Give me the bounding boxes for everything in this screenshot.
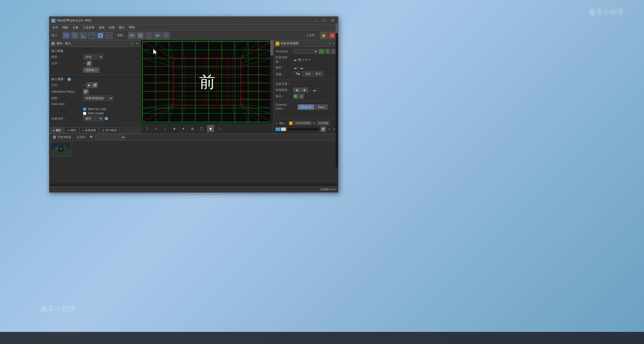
status-btn-2[interactable]: ◉ bbox=[301, 88, 308, 92]
menu-help[interactable]: 帮助 bbox=[127, 25, 137, 30]
menu-tour[interactable]: 游览 bbox=[97, 25, 107, 30]
tag-tab-number[interactable]: 数字 bbox=[313, 71, 324, 77]
status-btn-1[interactable]: ▦ bbox=[293, 88, 300, 92]
maximize-button[interactable]: □ bbox=[321, 18, 328, 23]
svg-rect-55 bbox=[141, 40, 273, 123]
vp-help-button[interactable]: ? bbox=[144, 125, 151, 132]
video-play-button[interactable]: ▶ bbox=[86, 82, 92, 88]
vp-add-button[interactable]: + bbox=[153, 125, 160, 132]
right-panel-scrollbar[interactable] bbox=[336, 47, 338, 119]
tab-view-params[interactable]: ≡ 查看参数 bbox=[79, 127, 99, 133]
viewport-vscrollbar[interactable] bbox=[270, 40, 273, 123]
rating-label: 等级： bbox=[275, 72, 292, 77]
menu-elements[interactable]: 元素 bbox=[70, 25, 80, 30]
video-type-select[interactable]: 等量/球面投影 bbox=[83, 95, 113, 101]
input-btn-grid[interactable] bbox=[71, 32, 78, 39]
tools-btn-google[interactable]: G bbox=[329, 32, 336, 39]
right-panel-pin-button[interactable]: ⊙ bbox=[328, 42, 332, 46]
tag-tab-tag[interactable]: Tag bbox=[293, 71, 302, 77]
output-pin-button[interactable]: ⊙ bbox=[327, 127, 331, 131]
alt-file-browse-button[interactable] bbox=[83, 89, 89, 94]
start-muted-checkbox[interactable] bbox=[83, 112, 86, 115]
project-download-icon[interactable]: ☁↓ bbox=[300, 66, 305, 70]
tab-user-data[interactable]: ◎ 用户数据 bbox=[99, 127, 119, 133]
external-links-row: External Links： Photo ID Place bbox=[275, 103, 336, 111]
list-view-output-button[interactable]: 列表视图 bbox=[316, 121, 330, 125]
start-on-load-checkbox[interactable] bbox=[83, 108, 86, 111]
vp-polygon-button[interactable]: ✦ bbox=[180, 125, 187, 132]
place-button[interactable]: Place bbox=[315, 105, 328, 110]
video-browse-button[interactable] bbox=[92, 82, 98, 88]
google-sv-output-button[interactable]: 谷歌街景视图 bbox=[294, 121, 312, 125]
viewport-vscrollbar-thumb[interactable] bbox=[270, 40, 273, 55]
view-btn-config[interactable] bbox=[162, 32, 170, 39]
rating-control: Tag 名称 数字 bbox=[293, 71, 336, 78]
accounts-control: ✓ ✎ + bbox=[293, 49, 336, 54]
view-btn-list[interactable] bbox=[137, 32, 144, 39]
convert-button[interactable]: 转换输入 bbox=[83, 67, 100, 73]
menu-edit[interactable]: 编辑 bbox=[60, 25, 70, 30]
tab-overview[interactable]: ◎ 概览 bbox=[64, 127, 79, 133]
tag-tab-name[interactable]: 名称 bbox=[303, 71, 313, 77]
photo-id-button[interactable]: Photo ID bbox=[298, 105, 314, 110]
view-btn-map[interactable] bbox=[145, 32, 153, 39]
accounts-label: Accounts： bbox=[275, 49, 292, 54]
thumbnail-1[interactable]: ? bbox=[51, 142, 71, 156]
vp-texture-button[interactable]: □ bbox=[216, 125, 223, 132]
panel-pin-button[interactable]: ⊙ bbox=[130, 42, 134, 46]
rp-sep-1 bbox=[275, 80, 336, 80]
tab-properties[interactable]: ≡ 属性 bbox=[50, 127, 64, 133]
filter-select[interactable] bbox=[95, 135, 126, 140]
file-browse-button[interactable] bbox=[86, 61, 92, 66]
menu-tools[interactable]: 工具菜单 bbox=[80, 25, 97, 30]
toolbar-right-section: 工具栏： G bbox=[306, 32, 336, 39]
bottom-scrollbar[interactable] bbox=[49, 183, 338, 186]
input-btn-cube[interactable] bbox=[88, 32, 96, 39]
accounts-edit-button[interactable]: ✎ bbox=[325, 49, 330, 54]
end-action-select[interactable]: 循环 bbox=[83, 116, 103, 121]
location-row: 地点： + ↻ bbox=[275, 94, 336, 99]
sep-1 bbox=[51, 75, 139, 75]
video-info-icon[interactable]: i bbox=[67, 78, 71, 81]
input-btn-settings[interactable] bbox=[97, 32, 104, 39]
accounts-add-button[interactable]: + bbox=[331, 49, 336, 54]
online-status-buttons: ▦ ◉ bbox=[293, 88, 308, 92]
bottom-panel: 导览浏览器 过滤器： 🔍 bbox=[49, 133, 338, 186]
location-refresh-button[interactable]: ↻ bbox=[299, 94, 304, 99]
pano-view: 前 bbox=[141, 40, 273, 123]
view-btn-binoculars[interactable] bbox=[128, 32, 136, 39]
right-panel-title: 谷歌街景视图 bbox=[280, 41, 299, 46]
vp-wireframe-button[interactable]: ☐ bbox=[198, 125, 205, 132]
vp-solid-button[interactable]: ■ bbox=[207, 125, 214, 132]
tools-btn-star[interactable] bbox=[320, 32, 328, 39]
location-add-button[interactable]: + bbox=[293, 94, 298, 98]
input-btn-film[interactable] bbox=[105, 32, 113, 39]
input-btn-image[interactable] bbox=[79, 32, 87, 39]
output-settings-button[interactable] bbox=[320, 126, 326, 132]
vp-crosshair-button[interactable]: ⊕ bbox=[189, 125, 196, 132]
vp-transform-button[interactable]: ↔ bbox=[162, 125, 169, 132]
menu-file[interactable]: 文件 bbox=[50, 25, 60, 30]
close-button[interactable]: ✕ bbox=[329, 18, 336, 23]
menu-animation[interactable]: 动画 bbox=[107, 25, 117, 30]
browser-btn[interactable]: 导览浏览器 bbox=[51, 135, 73, 140]
project-upload-icon[interactable]: ☁↑ bbox=[293, 66, 299, 70]
svg-point-20 bbox=[108, 35, 109, 36]
panel-close-button[interactable]: ✕ bbox=[135, 42, 139, 46]
svg-marker-42 bbox=[321, 33, 326, 38]
type-select[interactable]: 自动 bbox=[83, 54, 103, 60]
end-action-info-icon[interactable]: i bbox=[105, 117, 108, 120]
view-btn-eye[interactable] bbox=[154, 32, 161, 39]
menu-window[interactable]: 窗口 bbox=[117, 25, 127, 30]
accounts-select[interactable] bbox=[293, 49, 318, 54]
input-btn-panorama[interactable] bbox=[62, 32, 70, 39]
status-cloud-icon[interactable]: ☁↑ bbox=[312, 88, 318, 92]
minimize-button[interactable]: – bbox=[313, 18, 320, 23]
viewport-toolbar: ? + ↔ ★ ✦ ⊕ ☐ ■ □ bbox=[141, 123, 273, 133]
street-browser-cloud-icon[interactable]: ☁ bbox=[293, 58, 297, 62]
svg-rect-40 bbox=[164, 35, 165, 36]
pano-grid-svg bbox=[141, 40, 273, 123]
vp-hotspot-button[interactable]: ★ bbox=[171, 125, 178, 132]
accounts-check-button[interactable]: ✓ bbox=[319, 49, 324, 54]
output-row: ↳ 输出： G 谷歌街景视图 ☰ 列表视图 bbox=[275, 121, 336, 125]
